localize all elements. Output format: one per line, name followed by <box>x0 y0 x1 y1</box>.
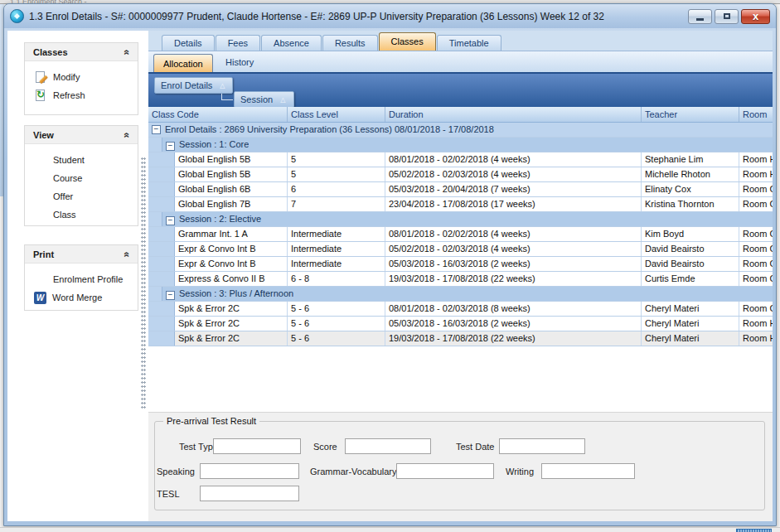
class-row[interactable]: Spk & Error 2C5 - 608/01/2018 - 02/03/20… <box>148 302 773 317</box>
class-row[interactable]: Spk & Error 2C5 - 605/03/2018 - 16/03/20… <box>148 317 773 331</box>
column-header-room[interactable]: Room <box>739 107 773 122</box>
cell-class-level: 5 - 6 <box>288 331 385 346</box>
edit-icon <box>34 70 47 84</box>
collapse-icon[interactable]: − <box>152 125 161 134</box>
restore-button[interactable] <box>715 9 739 24</box>
panel-header-view[interactable]: View « <box>25 126 138 144</box>
cell-class-level: 5 - 6 <box>288 302 385 316</box>
panel-header-print[interactable]: Print « <box>25 245 138 264</box>
class-row[interactable]: Spk & Error 2C5 - 619/03/2018 - 17/08/20… <box>148 331 773 346</box>
collapse-chevron-icon[interactable]: « <box>122 49 133 55</box>
cell-room: Room G - <box>739 182 773 196</box>
close-button[interactable]: x <box>741 9 770 24</box>
cell-duration: 23/04/2018 - 17/08/2018 (17 weeks) <box>385 197 642 211</box>
tab-timetable[interactable]: Timetable <box>437 35 501 51</box>
speaking-input[interactable] <box>200 463 299 479</box>
score-input[interactable] <box>345 438 431 454</box>
title-bar[interactable]: 1.3 Enrol Details - S#: 0000009977 Prude… <box>4 4 776 28</box>
cell-class-level: Intermediate <box>288 227 385 241</box>
cell-class-code: Spk & Error 2C <box>175 302 288 316</box>
cell-duration: 05/02/2018 - 02/03/2018 (4 weeks) <box>385 242 642 256</box>
collapse-chevron-icon[interactable]: « <box>122 251 133 257</box>
grammar-vocabulary-label: Grammar-Vocabulary <box>310 467 397 476</box>
sidebar-item-enrolment-profile[interactable]: Enrolment Profile <box>25 270 138 288</box>
sidebar-splitter[interactable] <box>141 157 146 410</box>
column-header-class-level[interactable]: Class Level <box>288 107 385 122</box>
sidebar-item-course[interactable]: Course <box>25 169 138 187</box>
sidebar-item-class[interactable]: Class <box>25 206 138 224</box>
collapse-chevron-icon[interactable]: « <box>122 132 133 138</box>
class-row[interactable]: Global English 6B605/03/2018 - 20/04/201… <box>148 182 773 197</box>
class-row[interactable]: Express & Convo II B6 - 819/03/2018 - 17… <box>148 272 773 287</box>
row-indent <box>148 287 162 301</box>
cell-teacher: David Beairsto <box>642 242 739 256</box>
cell-duration: 19/03/2018 - 17/08/2018 (22 weeks) <box>385 272 642 286</box>
row-indent <box>148 197 175 211</box>
class-row[interactable]: Global English 5B508/01/2018 - 02/02/201… <box>148 152 773 167</box>
cell-room: Room H - <box>739 152 773 167</box>
subtab-history[interactable]: History <box>225 57 254 67</box>
collapse-icon[interactable]: − <box>166 291 175 300</box>
refresh-icon: ↻ <box>34 89 47 102</box>
cell-duration: 08/01/2018 - 02/02/2018 (4 weeks) <box>385 227 642 241</box>
sidebar-item-student[interactable]: Student <box>25 151 138 169</box>
window-title: 1.3 Enrol Details - S#: 0000009977 Prude… <box>29 11 683 22</box>
class-row[interactable]: Grammar Int. 1 AIntermediate08/01/2018 -… <box>148 227 773 242</box>
tesl-input[interactable] <box>200 486 299 501</box>
cell-duration: 05/02/2018 - 02/03/2018 (4 weeks) <box>385 167 642 181</box>
minimize-button[interactable] <box>688 9 712 24</box>
tab-results[interactable]: Results <box>322 35 378 51</box>
score-label: Score <box>313 442 337 452</box>
cell-teacher: Cheryl Materi <box>642 331 739 346</box>
grammar-vocabulary-input[interactable] <box>396 463 494 479</box>
class-table-rows: −Enrol Details : 2869 University Prepara… <box>148 123 773 412</box>
sidebar-item-word-merge[interactable]: W Word Merge <box>25 288 138 307</box>
sidebar-item-offer[interactable]: Offer <box>25 187 138 206</box>
tab-details[interactable]: Details <box>162 35 215 51</box>
session-header-row[interactable]: −Session : 2: Elective <box>148 212 773 227</box>
tab-classes[interactable]: Classes <box>379 32 436 51</box>
group-row-label: Enrol Details : 2869 University Preparat… <box>165 123 494 137</box>
cell-duration: 08/01/2018 - 02/02/2018 (4 weeks) <box>385 152 642 167</box>
row-indent <box>148 152 175 167</box>
sidebar-item-modify[interactable]: Modify <box>25 68 138 86</box>
group-button-enrol-details[interactable]: Enrol Details △ <box>154 77 233 94</box>
class-row[interactable]: Expr & Convo Int BIntermediate05/02/2018… <box>148 242 773 257</box>
writing-input[interactable] <box>541 463 635 479</box>
test-type-input[interactable] <box>213 438 301 454</box>
cell-class-code: Grammar Int. 1 A <box>175 227 288 241</box>
test-date-input[interactable] <box>499 438 585 454</box>
column-header-teacher[interactable]: Teacher <box>642 107 739 122</box>
cell-duration: 05/03/2018 - 16/03/2018 (2 weeks) <box>385 317 642 331</box>
group-row-enrol-details[interactable]: −Enrol Details : 2869 University Prepara… <box>148 123 773 138</box>
desktop: 1.1 Enrolment Search - 1.3 Enrol Details… <box>0 0 780 532</box>
cell-teacher: Curtis Emde <box>642 272 739 286</box>
word-icon: W <box>34 292 46 304</box>
cell-class-code: Express & Convo II B <box>175 272 288 286</box>
class-row[interactable]: Global English 7B723/04/2018 - 17/08/201… <box>148 197 773 212</box>
sidebar-item-label: Class <box>53 210 76 220</box>
panel-title: View <box>33 130 54 140</box>
session-header-row[interactable]: −Session : 3: Plus / Afternoon <box>148 287 773 302</box>
background-window-fragment <box>736 529 772 532</box>
column-header-duration[interactable]: Duration <box>385 107 642 122</box>
collapse-icon[interactable]: − <box>166 142 175 151</box>
pre-arrival-panel: Pre-arrival Test Result Test Type Score … <box>148 412 773 521</box>
app-icon <box>10 9 24 23</box>
panel-header-classes[interactable]: Classes « <box>25 43 138 61</box>
collapse-icon[interactable]: − <box>166 216 175 225</box>
subtab-allocation[interactable]: Allocation <box>153 54 213 73</box>
tab-fees[interactable]: Fees <box>216 35 260 51</box>
cell-teacher: Stephanie Lim <box>642 152 739 167</box>
class-row[interactable]: Global English 5B505/02/2018 - 02/03/201… <box>148 167 773 182</box>
row-indent <box>148 167 175 181</box>
group-by-panel: Enrol Details △ Session △ <box>148 72 773 107</box>
sidebar-item-refresh[interactable]: ↻ Refresh <box>25 86 138 104</box>
tab-absence[interactable]: Absence <box>261 35 322 51</box>
cell-teacher: Cheryl Materi <box>642 317 739 331</box>
group-button-session[interactable]: Session △ <box>234 91 294 108</box>
column-header-class-code[interactable]: Class Code <box>148 107 288 122</box>
class-row[interactable]: Expr & Convo Int BIntermediate05/03/2018… <box>148 257 773 272</box>
session-header-row[interactable]: −Session : 1: Core <box>148 138 773 152</box>
sort-ascending-icon: △ <box>280 96 285 104</box>
